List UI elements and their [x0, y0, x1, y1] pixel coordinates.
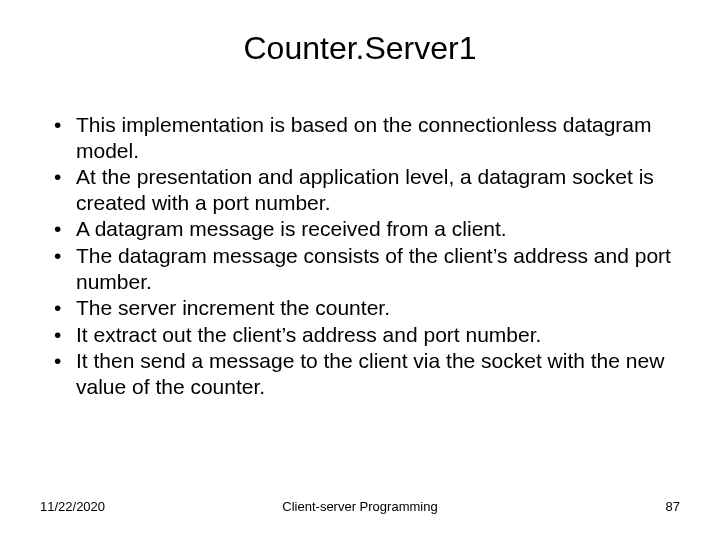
footer-page: 87 — [666, 499, 680, 514]
slide-title: Counter.Server1 — [0, 30, 720, 67]
footer-date: 11/22/2020 — [40, 499, 105, 514]
bullet-item: This implementation is based on the conn… — [48, 112, 680, 163]
slide-footer: 11/22/2020 Client-server Programming 87 — [40, 499, 680, 514]
bullet-list: This implementation is based on the conn… — [48, 112, 680, 400]
bullet-item: The server increment the counter. — [48, 295, 680, 321]
bullet-item: It extract out the client’s address and … — [48, 322, 680, 348]
bullet-item: A datagram message is received from a cl… — [48, 216, 680, 242]
bullet-item: The datagram message consists of the cli… — [48, 243, 680, 294]
bullet-item: It then send a message to the client via… — [48, 348, 680, 399]
slide-body: This implementation is based on the conn… — [48, 112, 680, 401]
footer-subject: Client-server Programming — [40, 499, 680, 514]
bullet-item: At the presentation and application leve… — [48, 164, 680, 215]
slide: Counter.Server1 This implementation is b… — [0, 0, 720, 540]
